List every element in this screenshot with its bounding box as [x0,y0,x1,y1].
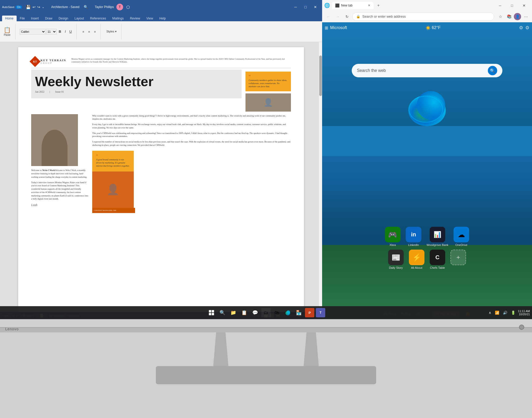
edge-window: 🌐 ⬛ New tab ✕ + ─ □ ✕ ← → [322,0,532,319]
ms-grid-icon[interactable]: ⊞ [325,25,328,30]
word-share-icon[interactable]: ⬡ [126,5,130,10]
word-close-btn[interactable]: ✕ [311,3,320,11]
tray-arrow-icon[interactable]: ∧ [488,310,492,315]
scroll-thumb[interactable] [319,56,322,96]
tab-file[interactable]: File [17,16,28,21]
tab-insert[interactable]: Insert [28,16,42,21]
xbox-icon: 🎮 [388,230,397,239]
power-button[interactable] [519,325,524,330]
taskbar-chat-btn[interactable]: 💬 [250,308,260,317]
tab-home[interactable]: Home [2,16,17,21]
word-redo-icon[interactable]: ↪ [37,5,40,9]
ribbon-paste-btn[interactable]: 📋Paste [2,26,12,37]
taskbar-windows-btn[interactable] [207,308,216,317]
all-about-label: All About [411,266,422,269]
tab-mailings[interactable]: Mailings [109,16,127,21]
word-user-avatar: T [116,4,123,10]
edge-maximize-btn[interactable]: □ [506,1,518,10]
font-name-select[interactable]: Calibri [20,29,46,35]
styles-btn[interactable]: Styles ▾ [105,29,118,34]
align-center-btn[interactable]: ≡ [87,29,91,34]
app-all-about[interactable]: ⚡ All About [409,250,424,269]
edge-tab-close[interactable]: ✕ [368,4,370,7]
newsletter-meta: Jan 2022 | Issue 01 [35,90,238,93]
word-maximize-btn[interactable]: □ [301,3,310,11]
tab-design[interactable]: Design [55,16,71,21]
search-input[interactable]: Search the web [357,68,485,73]
tab-layout[interactable]: Layout [71,16,87,21]
italic-btn[interactable]: I [63,29,67,34]
edge-new-tab-btn[interactable]: + [375,2,382,9]
app-xbox[interactable]: 🎮 Xbox [385,227,401,246]
app-chefs-table[interactable]: C Chefs Table [430,250,445,269]
clock-date: 10/20/21 [518,313,530,316]
bold-btn[interactable]: B [57,29,63,34]
edge-back-btn[interactable]: ← [324,12,332,21]
chefs-table-label: Chefs Table [430,266,445,269]
tab-draw[interactable]: Draw [42,16,55,21]
word-undo-icon[interactable]: ↩ [32,5,36,9]
newtab-page-settings-icon[interactable]: ⚙ [519,25,523,31]
app-woodgrove[interactable]: 📊 Woodgrove Bank [427,227,448,246]
tab-help[interactable]: Help [156,16,169,21]
word-customize-icon[interactable]: ⌄ [42,5,44,9]
edge-minimize-btn[interactable]: ─ [494,1,506,10]
quote-block-2: " A good brand community is not driven b… [92,151,134,172]
word-scrollbar[interactable] [319,42,322,312]
taskbar-edge-btn[interactable] [283,308,292,317]
taskbar-files-btn[interactable]: 📁 [229,308,238,317]
taskbar-windows-store-btn[interactable]: 🏪 [294,308,303,317]
taskbar-clock[interactable]: 11:11 AM 10/20/21 [518,310,530,316]
edge-address-bar[interactable]: 🔒 Search or enter web address [352,12,494,21]
font-size-select[interactable]: 11 [46,29,57,35]
tab-view[interactable]: View [143,16,156,21]
word-search-icon[interactable]: 🔍 [84,5,88,9]
taskbar-teams-btn[interactable]: T [316,308,325,317]
weather-icon: ☀️ [425,25,431,30]
edge-profile-icon[interactable]: 👤 [514,13,521,20]
app-daily-story[interactable]: 📰 Daily Story [388,250,404,269]
intro-welcome: Welcome to [31,169,42,172]
onedrive-icon-box: ☁ [454,227,469,242]
taskbar-powerpoint-btn[interactable]: P [305,308,314,317]
edge-toolbar-icons: ☆ 📚 👤 ⋯ [496,12,530,21]
person-role: CONTENT MANAGER, CMI [92,208,135,213]
newsletter-body-section: Welcome to Write I WerkWelcome to Write … [31,114,291,213]
tray-wifi-icon[interactable]: 📶 [494,310,500,315]
brand-logo: KT KEY TERRAIN GROUP [31,58,66,65]
autosave-toggle[interactable]: On [16,5,22,9]
app-add-new[interactable]: + [450,250,466,269]
taskbar-gallery-btn[interactable]: 🗂 [261,308,271,317]
xbox-label: Xbox [389,243,396,246]
app-onedrive[interactable]: ☁ OneDrive [454,227,469,246]
align-right-btn[interactable]: ≡ [92,29,97,34]
word-save-icon[interactable]: 💾 [26,5,31,10]
edge-refresh-btn[interactable]: ↻ [343,12,351,21]
edge-forward-btn[interactable]: → [334,12,342,21]
edge-star-icon[interactable]: ☆ [496,12,504,21]
taskbar-notes-btn[interactable]: 📋 [240,308,249,317]
search-submit-btn[interactable]: 🔍 [488,66,497,75]
underline-btn[interactable]: U [68,29,73,34]
taskbar-search-btn[interactable]: 🔍 [218,308,227,317]
edge-settings-menu-btn[interactable]: ⋯ [522,12,530,21]
signature: Leah [31,203,88,207]
chefs-table-icon-box: C [430,250,445,265]
edge-close-btn[interactable]: ✕ [518,1,530,10]
tab-references[interactable]: References [87,16,109,21]
taskbar-store-btn[interactable]: 🛍 [272,308,282,317]
tray-battery-icon[interactable]: 🔋 [510,310,516,315]
onedrive-icon: ☁ [458,230,465,239]
tray-sound-icon[interactable]: 🔊 [502,310,508,315]
word-minimize-btn[interactable]: ─ [291,3,300,11]
newtab-customize-icon[interactable]: ⚙ [525,25,529,31]
onedrive-label: OneDrive [455,243,467,246]
tab-review[interactable]: Review [127,16,143,21]
edge-collection-icon[interactable]: 📚 [505,12,513,21]
search-box[interactable]: Search the web 🔍 [352,64,502,77]
edge-active-tab[interactable]: ⬛ New tab ✕ [332,2,374,9]
word-ribbon-tabs: Home File Insert Draw Design Layout Refe… [0,14,322,21]
chefs-table-icon: C [435,254,440,261]
align-left-btn[interactable]: ≡ [81,29,85,34]
app-linkedin[interactable]: in LinkedIn [406,227,421,246]
